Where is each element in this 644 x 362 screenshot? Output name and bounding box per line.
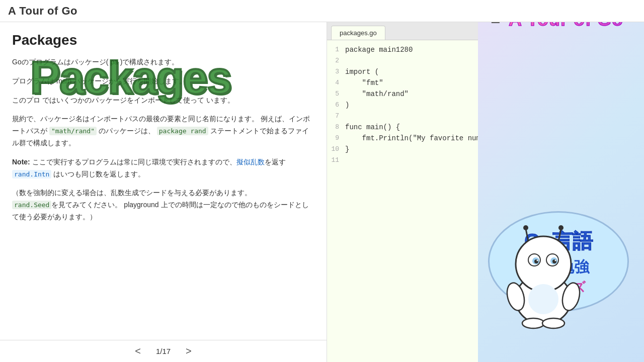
svg-point-9: [555, 260, 556, 261]
page-heading: Packages: [12, 32, 314, 48]
svg-point-11: [523, 225, 528, 230]
line-number: 6: [327, 100, 345, 111]
pseudo-random-link[interactable]: 擬似乱数: [236, 158, 265, 166]
app-header: A Tour of Go: [0, 0, 644, 22]
line-content: import (: [345, 66, 379, 77]
line-content: ): [345, 100, 349, 111]
svg-point-16: [522, 318, 544, 328]
line-number: 10: [327, 144, 345, 155]
nav-footer: < 1/17 >: [0, 340, 327, 362]
paragraph-4: 規約で、パッケージ名はインポートパスの最後の要素と同じ名前になります。 例えば、…: [12, 113, 314, 149]
code-rand-intn: rand.Intn: [12, 170, 51, 178]
line-number: 2: [327, 55, 345, 66]
line-number: 3: [327, 66, 345, 77]
right-deco: ☰ A Tour of Go off Go言語 のお勉強 シリーズ: [478, 0, 644, 362]
line-number: 1: [327, 44, 345, 55]
line-content: package main1280: [345, 44, 413, 55]
line-number: 7: [327, 111, 345, 122]
line-content: "fmt": [345, 77, 383, 88]
paragraph-3: このプロ ではいくつかのパッケージをインポートして使って います。: [12, 95, 314, 107]
svg-point-1: [516, 236, 571, 292]
line-content: "math/rand": [345, 88, 409, 100]
page-info: 1/17: [156, 347, 171, 355]
svg-point-8: [537, 260, 538, 261]
mascot-svg: [493, 219, 594, 329]
prev-button[interactable]: <: [130, 343, 146, 359]
left-panel: Packages Packages Goのプログラムはパッケージ( pa )で構…: [0, 22, 327, 362]
app-title: A Tour of Go: [8, 5, 77, 18]
paragraph-6: （数を強制的に変える場合は、乱数生成でシードを与える必要があります。 rand.…: [12, 187, 314, 223]
svg-line-10: [526, 229, 528, 241]
line-number: 8: [327, 122, 345, 133]
code-package-rand: package rand: [157, 127, 208, 135]
code-tab[interactable]: packages.go: [331, 26, 385, 40]
line-content: }: [345, 144, 349, 155]
line-number: 5: [327, 88, 345, 100]
content-text: Goのプログラムはパッケージ( pa )で構成されます。 プログラムは main…: [12, 56, 314, 223]
svg-point-17: [542, 318, 565, 328]
line-content: func main() {: [345, 122, 400, 133]
line-number: 9: [327, 133, 345, 144]
svg-line-12: [558, 229, 561, 241]
line-number: 11: [327, 155, 345, 166]
paragraph-2: プログラムは main パッケージから実行を開始します。: [12, 75, 314, 87]
code-rand-seed: rand.Seed: [12, 201, 51, 209]
mascot-area: [478, 186, 644, 362]
next-button[interactable]: >: [181, 343, 197, 359]
svg-point-13: [558, 225, 564, 230]
content-area: Packages Goのプログラムはパッケージ( pa )で構成されます。 プロ…: [0, 22, 327, 340]
svg-point-18: [528, 284, 558, 314]
code-math-rand: "math/rand": [49, 127, 97, 135]
line-number: 4: [327, 77, 345, 88]
paragraph-1: Goのプログラムはパッケージ( pa )で構成されます。: [12, 56, 314, 68]
paragraph-5: Note: ここで実行するプログラムは常に同じ環境で実行されますので、擬似乱数を…: [12, 156, 314, 180]
